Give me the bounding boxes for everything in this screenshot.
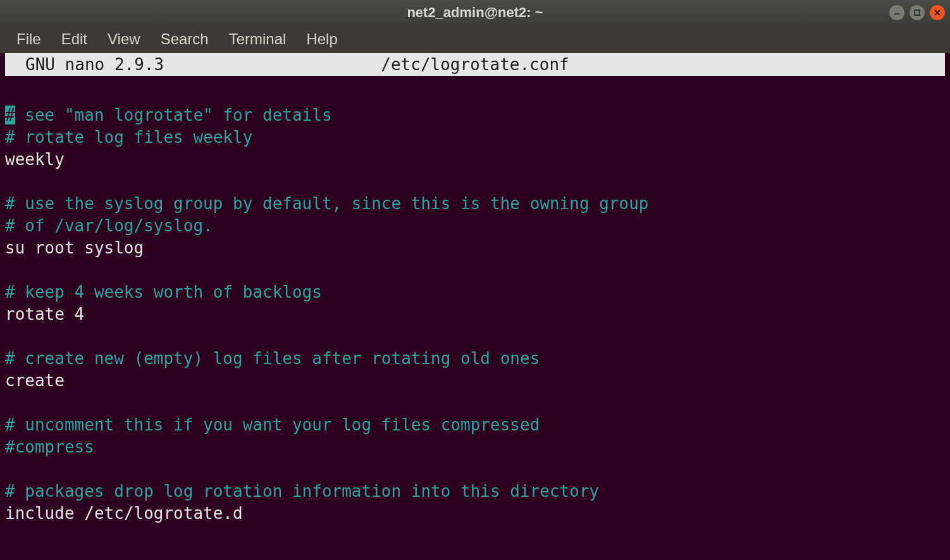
editor-area[interactable]: # see "man logrotate" for details# rotat… [0,76,950,525]
comment-text: # create new (empty) log files after rot… [5,349,540,368]
editor-line: create [5,370,945,392]
editor-line: # uncomment this if you want your log fi… [5,414,945,436]
editor-line: weekly [5,149,945,171]
close-button[interactable] [930,5,945,20]
comment-text: # packages drop log rotation information… [5,482,599,501]
editor-line: # rotate log files weekly [5,126,945,149]
maximize-button[interactable] [910,5,925,20]
editor-line [5,259,945,281]
comment-text: # use the syslog group by default, since… [5,194,648,213]
editor-line: # create new (empty) log files after rot… [5,348,945,370]
editor-line [5,392,945,414]
nano-filename: /etc/logrotate.conf [381,55,569,74]
menubar: File Edit View Search Terminal Help [0,25,950,53]
editor-line [5,171,945,193]
comment-text: # keep 4 weeks worth of backlogs [5,283,322,301]
editor-line: # of /var/log/syslog. [5,215,945,237]
menu-view[interactable]: View [99,27,149,52]
menu-help[interactable]: Help [297,27,346,52]
config-directive: rotate 4 [5,305,84,324]
comment-text: #compress [5,437,94,456]
editor-line: include /etc/logrotate.d [5,502,945,525]
comment-text: # rotate log files weekly [5,128,252,147]
window-titlebar: net2_admin@net2: ~ [0,0,950,25]
menu-search[interactable]: Search [152,27,218,52]
editor-line [5,326,945,348]
editor-line: # see "man logrotate" for details [5,104,945,126]
cursor-position: # [5,106,15,125]
menu-file[interactable]: File [8,27,50,52]
nano-header-bar: GNU nano 2.9.3 /etc/logrotate.conf [5,53,945,76]
editor-line [5,82,945,104]
editor-line: su root syslog [5,237,945,259]
comment-text: # of /var/log/syslog. [5,216,213,235]
editor-line: # keep 4 weeks worth of backlogs [5,281,945,303]
comment-text: see "man logrotate" for details [15,106,332,125]
nano-app-label: GNU nano 2.9.3 [25,55,164,74]
editor-line: # use the syslog group by default, since… [5,193,945,215]
menu-edit[interactable]: Edit [52,27,96,52]
window-title: net2_admin@net2: ~ [407,4,543,21]
svg-rect-1 [915,10,920,15]
config-directive: include /etc/logrotate.d [5,504,243,523]
editor-line: # packages drop log rotation information… [5,480,945,502]
config-directive: weekly [5,150,65,169]
minimize-button[interactable] [889,5,904,20]
config-directive: create [5,371,65,390]
editor-line [5,458,945,480]
editor-line: #compress [5,436,945,458]
menu-terminal[interactable]: Terminal [220,27,295,52]
comment-text: # uncomment this if you want your log fi… [5,415,540,434]
config-directive: su root syslog [5,238,144,257]
editor-line: rotate 4 [5,303,945,326]
window-controls [889,5,945,20]
